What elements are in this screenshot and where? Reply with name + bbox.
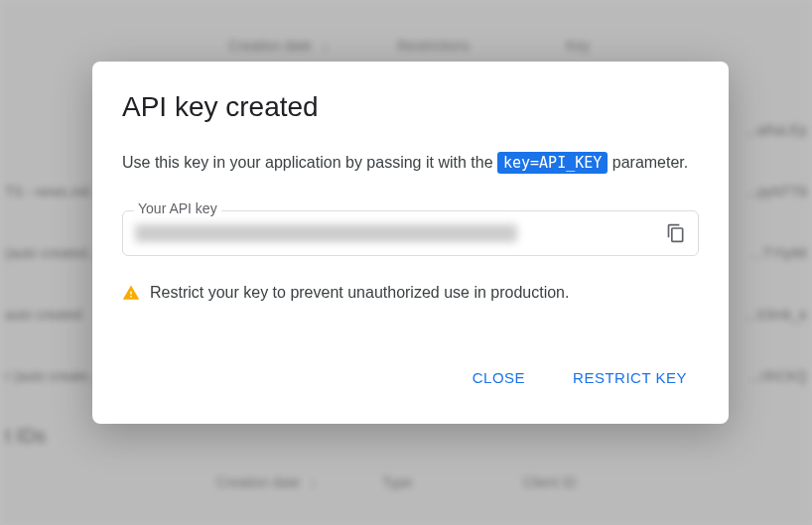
api-key-box [122, 210, 699, 256]
copy-icon[interactable] [666, 223, 686, 243]
api-key-field: Your API key [122, 210, 699, 256]
dialog-description: Use this key in your application by pass… [122, 151, 699, 175]
warning-text: Restrict your key to prevent unauthorize… [150, 284, 569, 302]
dialog-title: API key created [122, 91, 699, 123]
warning-icon [122, 284, 140, 302]
field-label: Your API key [134, 200, 221, 216]
close-button[interactable]: CLOSE [461, 361, 537, 394]
desc-suffix: parameter. [612, 154, 688, 171]
api-key-value-redacted [135, 224, 517, 242]
desc-prefix: Use this key in your application by pass… [122, 154, 497, 171]
api-key-created-dialog: API key created Use this key in your app… [92, 62, 729, 424]
dialog-actions: CLOSE RESTRICT KEY [122, 361, 699, 394]
restrict-key-button[interactable]: RESTRICT KEY [561, 361, 699, 394]
warning-row: Restrict your key to prevent unauthorize… [122, 284, 699, 302]
code-parameter-chip: key=API_KEY [497, 152, 608, 174]
